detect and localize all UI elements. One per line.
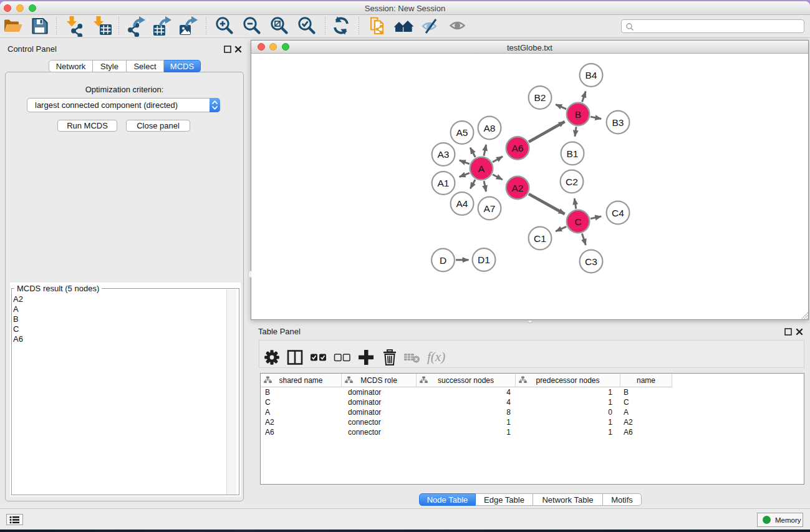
svg-text:B2: B2	[534, 92, 546, 103]
svg-text:B4: B4	[586, 70, 597, 80]
svg-text:A6: A6	[512, 143, 524, 153]
svg-text:A7: A7	[484, 203, 496, 214]
svg-text:B1: B1	[567, 148, 579, 159]
svg-text:A: A	[478, 163, 485, 174]
svg-text:C3: C3	[585, 256, 597, 267]
svg-text:A4: A4	[456, 198, 468, 209]
svg-text:B3: B3	[612, 117, 624, 128]
svg-text:C2: C2	[566, 177, 578, 187]
svg-text:D: D	[440, 255, 446, 266]
svg-text:A8: A8	[484, 123, 496, 133]
svg-text:C: C	[574, 216, 581, 227]
svg-text:C1: C1	[534, 233, 546, 244]
svg-text:A1: A1	[438, 178, 450, 188]
svg-text:A3: A3	[438, 149, 450, 160]
svg-text:D1: D1	[478, 254, 490, 265]
svg-text:B: B	[575, 109, 581, 120]
svg-text:A5: A5	[456, 127, 468, 138]
svg-text:A2: A2	[512, 183, 524, 193]
svg-text:C4: C4	[612, 208, 624, 218]
